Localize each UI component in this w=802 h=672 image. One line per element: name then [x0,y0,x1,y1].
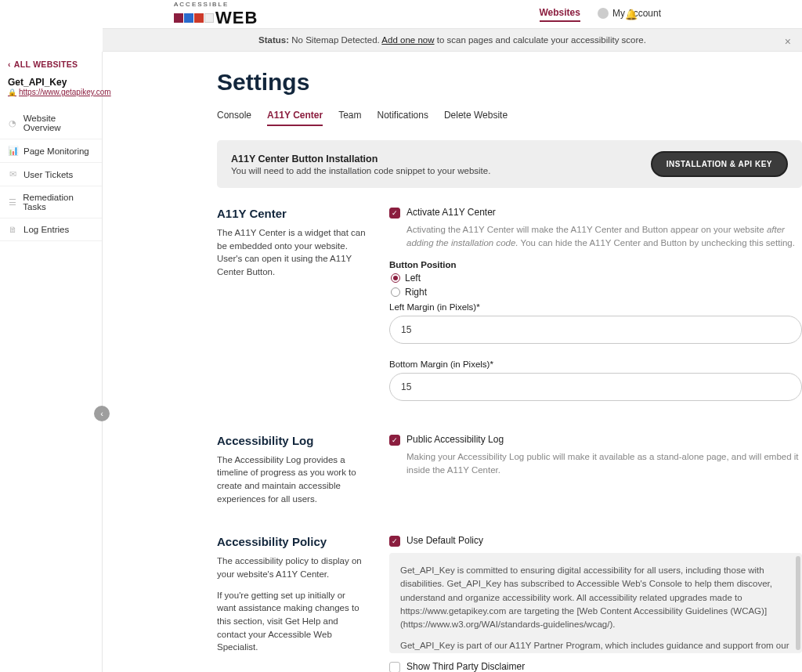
section-heading: A11Y Center [217,207,366,220]
installation-api-key-button[interactable]: INSTALLATION & API KEY [651,151,788,177]
sidebar-item-label: Website Overview [23,114,94,132]
policy-text-2: Get_API_Key is part of our A11Y Partner … [400,639,791,653]
lock-icon: 🔒 [8,89,16,96]
section-heading: Accessibility Log [217,434,366,447]
tab-notifications[interactable]: Notifications [378,110,428,126]
help-text-part: Activating the A11Y Center will make the… [406,225,767,234]
nav-websites[interactable]: Websites [540,7,580,22]
section-accessibility-log: Accessibility Log The Accessibility Log … [217,434,802,514]
notifications-bell-icon[interactable]: 🔔 [625,9,638,20]
brand-main-text: WEB [215,8,258,28]
sidebar-back-label: ALL WEBSITES [14,60,78,69]
section-description: The A11Y Center is a widget that can be … [217,226,366,279]
button-position-label: Button Position [389,260,802,269]
scrollbar[interactable] [796,556,800,650]
tab-console[interactable]: Console [217,110,251,126]
public-log-checkbox[interactable]: ✓ [389,435,400,446]
radio-icon [391,273,400,283]
topbar: ACCESSIBLE WEB Websites My Account 🔔 [0,0,802,28]
tab-delete-website[interactable]: Delete Website [444,110,508,126]
radio-left-label: Left [405,273,421,284]
section-a11y-center: A11Y Center The A11Y Center is a widget … [217,207,802,412]
policy-text-1: Get_API_Key is committed to ensuring dig… [400,564,791,631]
public-log-label: Public Accessibility Log [406,434,504,445]
sidebar-item-label: Page Monitoring [23,146,89,156]
sidebar-item-logs[interactable]: 🗎Log Entries [0,219,102,241]
tab-a11y-center[interactable]: A11Y Center [267,110,323,126]
status-text-1: No Sitemap Detected. [289,35,381,45]
brand-logo[interactable]: ACCESSIBLE WEB [174,1,258,28]
main-content: Settings Console A11Y Center Team Notifi… [103,52,802,672]
bottom-margin-label: Bottom Margin (in Pixels)* [389,359,802,369]
install-banner-subtitle: You will need to add the installation co… [231,166,490,175]
sidebar-collapse-button[interactable]: ‹ [94,406,110,421]
help-text-part: You can hide the A11Y Center and Button … [518,238,795,247]
page-title: Settings [217,69,802,96]
activate-a11y-help: Activating the A11Y Center will make the… [406,223,802,251]
status-bar: Status: No Sitemap Detected. Add one now… [103,28,802,52]
policy-textarea[interactable]: Get_API_Key is committed to ensuring dig… [389,553,802,653]
show-disclaimer-checkbox[interactable]: ✓ [389,662,400,672]
section-description: If you're getting set up initially or wa… [217,589,366,654]
settings-tabs: Console A11Y Center Team Notifications D… [217,110,802,126]
chevron-left-icon: ‹ [100,409,103,418]
status-text-2: to scan pages and calculate your accessi… [435,35,646,45]
status-add-sitemap-link[interactable]: Add one now [381,35,434,45]
use-default-policy-checkbox[interactable]: ✓ [389,536,400,547]
brand-small-text: ACCESSIBLE [174,1,258,8]
sidebar-site-name: Get_API_Key [8,77,94,88]
ticket-icon: ✉ [8,169,17,179]
sidebar-item-overview[interactable]: ◔Website Overview [0,107,102,139]
list-icon: ☰ [8,197,16,208]
activate-a11y-label: Activate A11Y Center [406,207,496,218]
avatar-icon [598,8,609,19]
sidebar: ‹ ALL WEBSITES Get_API_Key 🔒 https://www… [0,52,103,672]
status-label: Status: [258,35,289,45]
use-default-policy-label: Use Default Policy [406,535,483,546]
brand-badge [174,13,214,23]
section-heading: Accessibility Policy [217,535,366,548]
section-description: The Accessibility Log provides a timelin… [217,453,366,506]
install-banner: A11Y Center Button Installation You will… [217,140,802,188]
sidebar-item-label: Remediation Tasks [23,193,94,211]
sidebar-back-link[interactable]: ‹ ALL WEBSITES [8,60,94,69]
sidebar-item-label: Log Entries [23,225,69,234]
tab-team[interactable]: Team [338,110,361,126]
sidebar-item-label: User Tickets [23,170,73,179]
section-description: The accessibility policy to display on y… [217,555,366,580]
sidebar-item-monitoring[interactable]: 📊Page Monitoring [0,139,102,163]
activate-a11y-checkbox[interactable]: ✓ [389,208,400,219]
gauge-icon: ◔ [8,118,17,128]
radio-right[interactable]: Right [391,287,802,298]
sidebar-site-url[interactable]: 🔒 https://www.getapikey.com [8,88,94,96]
top-nav: Websites My Account [540,7,662,22]
sidebar-item-tickets[interactable]: ✉User Tickets [0,163,102,186]
radio-right-label: Right [405,287,427,298]
chevron-left-icon: ‹ [8,60,11,69]
radio-icon [391,287,400,297]
section-accessibility-policy: Accessibility Policy The accessibility p… [217,535,802,672]
clipboard-icon: 🗎 [8,225,17,234]
status-close-icon[interactable]: × [785,35,791,48]
show-disclaimer-label: Show Third Party Disclaimer [406,661,525,672]
radio-left[interactable]: Left [391,273,802,284]
bottom-margin-input[interactable] [389,373,802,401]
sidebar-item-remediation[interactable]: ☰Remediation Tasks [0,186,102,219]
sidebar-site-url-text: https://www.getapikey.com [19,88,111,96]
left-margin-input[interactable] [389,316,802,344]
public-log-help: Making your Accessibility Log public wil… [406,450,802,478]
chart-icon: 📊 [8,146,17,156]
left-margin-label: Left Margin (in Pixels)* [389,302,802,312]
install-banner-title: A11Y Center Button Installation [231,154,490,164]
